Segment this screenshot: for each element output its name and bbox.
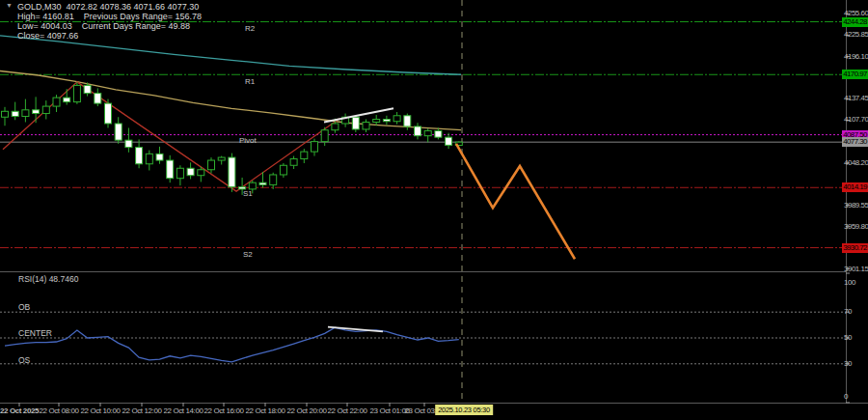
symbol-marker-icon: ▼ xyxy=(6,2,13,9)
header-high-range: High= 4160.81 Previous Days Range= 156.7… xyxy=(17,12,202,21)
level-label-r2: R2 xyxy=(245,24,255,33)
candle-body xyxy=(249,182,256,189)
candle-body xyxy=(218,157,225,160)
header-close: Close= 4097.66 xyxy=(17,31,78,41)
candle-body xyxy=(84,85,91,93)
candle-body xyxy=(270,175,277,184)
candle-body xyxy=(393,116,400,122)
time-tick-label: 22 Oct 16:00 xyxy=(203,406,243,415)
price-level-badge: 4244.28 xyxy=(842,17,868,27)
level-label-s1: S1 xyxy=(243,189,253,198)
price-tick-label: 4196.10 xyxy=(844,52,868,61)
rsi-tick-label: 0 xyxy=(844,392,868,401)
candle-body xyxy=(259,182,266,184)
candle-body xyxy=(64,98,70,101)
candle-body xyxy=(373,120,380,123)
time-tick-label: 22 Oct 08:00 xyxy=(39,406,78,415)
price-tick-label: 3901.15 xyxy=(844,265,868,273)
price-level-badge: 4170.97 xyxy=(842,70,868,79)
price-tick-label: 3959.80 xyxy=(844,222,868,231)
level-label-pivot: Pivot xyxy=(239,136,257,145)
candle-body xyxy=(95,94,101,103)
candle-body xyxy=(280,165,286,175)
header-symbol-quote: GOLD,M30 4072.82 4078.36 4071.66 4077.30 xyxy=(17,2,199,12)
time-tick-label: 22 Oct 14:00 xyxy=(163,406,203,415)
price-tick-label: 4107.70 xyxy=(844,115,868,124)
candle-body xyxy=(105,103,112,124)
candle-body xyxy=(424,130,431,135)
candle-body xyxy=(115,124,122,140)
rsi-tick-label: 100 xyxy=(844,278,868,287)
price-tick-label: 4137.45 xyxy=(844,94,868,102)
candle-body xyxy=(2,111,9,117)
chart-canvas[interactable] xyxy=(0,0,868,420)
candle-body xyxy=(312,142,318,152)
rsi-tick-label: 70 xyxy=(844,307,868,316)
time-tick-label: 22 Oct 2025 xyxy=(0,406,39,415)
candle-body xyxy=(446,137,452,145)
candle-body xyxy=(187,168,194,175)
current-time-label: 2025.10.23 05:30 xyxy=(435,405,493,415)
level-label-r1: R1 xyxy=(245,77,255,86)
rsi-center-label: CENTER xyxy=(18,328,52,338)
candle-body xyxy=(167,160,174,179)
price-tick-label: 4225.85 xyxy=(844,30,868,39)
price-tick-label: 4048.20 xyxy=(844,158,868,167)
candle-body xyxy=(363,122,369,128)
time-tick-label: 22 Oct 18:00 xyxy=(245,406,285,415)
candle-body xyxy=(301,152,308,158)
time-tick-label: 23 Oct 01:00 xyxy=(369,406,409,415)
candle-body xyxy=(73,85,80,101)
candle-body xyxy=(42,106,49,113)
rsi-trendline-white xyxy=(328,327,383,332)
forecast-path-orange xyxy=(456,144,575,259)
candle-body xyxy=(53,98,60,106)
candle-body xyxy=(176,168,183,178)
rsi-indicator-label: RSI(14) 48.7460 xyxy=(18,274,78,284)
candle-body xyxy=(146,154,152,163)
candle-body xyxy=(352,117,359,129)
time-tick-label: 22 Oct 20:00 xyxy=(286,406,326,415)
rsi-os-label: OS xyxy=(18,355,30,365)
candle-body xyxy=(136,148,143,164)
header-low-range: Low= 4004.03 Current Days Range= 49.88 xyxy=(17,21,190,31)
level-label-s2: S2 xyxy=(243,250,253,259)
ma-cyan-line xyxy=(0,36,461,74)
price-level-badge: 4077.30 xyxy=(842,137,868,147)
candle-body xyxy=(290,159,297,166)
rsi-line xyxy=(5,327,459,362)
candle-body xyxy=(415,126,421,136)
candle-body xyxy=(12,111,18,116)
candle-body xyxy=(125,140,132,147)
rsi-ob-label: OB xyxy=(18,302,30,312)
candle-body xyxy=(33,110,40,114)
candle-body xyxy=(208,160,215,170)
rsi-tick-label: 30 xyxy=(844,359,868,368)
time-tick-label: 22 Oct 10:00 xyxy=(80,406,120,415)
candle-body xyxy=(435,130,442,137)
candle-body xyxy=(229,157,235,187)
candle-body xyxy=(321,130,328,142)
candle-body xyxy=(404,116,411,126)
time-tick-label: 22 Oct 12:00 xyxy=(122,406,161,415)
candle-body xyxy=(22,110,29,117)
rsi-tick-label: 50 xyxy=(844,333,868,342)
time-tick-label: 22 Oct 22:00 xyxy=(327,406,366,415)
candle-body xyxy=(383,120,390,122)
price-tick-label: 3989.55 xyxy=(844,201,868,210)
candle-body xyxy=(156,154,163,160)
trading-chart-window[interactable]: ▼ GOLD,M30 4072.82 4078.36 4071.66 4077.… xyxy=(0,0,868,420)
price-level-badge: 3930.72 xyxy=(842,243,868,253)
price-level-badge: 4014.19 xyxy=(842,182,868,192)
candle-body xyxy=(198,170,204,176)
candle-body xyxy=(332,124,339,130)
